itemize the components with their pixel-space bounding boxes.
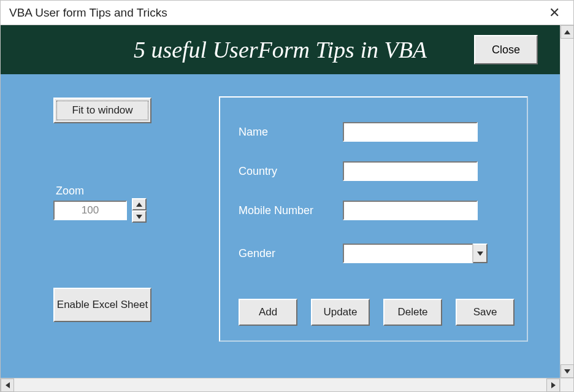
gender-combobox[interactable]	[343, 244, 488, 263]
chevron-up-icon	[564, 30, 570, 34]
enable-excel-sheet-button[interactable]: Enable Excel Sheet	[53, 288, 151, 322]
userform-window: VBA User form Tips and Tricks ✕ 5 useful…	[0, 0, 574, 392]
mobile-number-input[interactable]	[343, 201, 478, 220]
country-row: Country	[239, 161, 478, 181]
update-button[interactable]: Update	[311, 299, 370, 326]
horizontal-scrollbar[interactable]	[1, 378, 560, 391]
country-input[interactable]	[343, 161, 478, 181]
content-column: 5 useful UserForm Tips in VBA Close Fit …	[1, 25, 560, 391]
chevron-down-icon	[136, 215, 142, 219]
name-row: Name	[239, 122, 478, 142]
gender-combobox-dropdown-button[interactable]	[473, 244, 488, 263]
mobile-row: Mobile Number	[239, 201, 478, 220]
header-bar: 5 useful UserForm Tips in VBA Close	[1, 25, 560, 74]
scroll-right-button[interactable]	[546, 379, 560, 392]
save-button[interactable]: Save	[456, 299, 515, 326]
zoom-label: Zoom	[56, 185, 84, 198]
delete-button[interactable]: Delete	[383, 299, 442, 326]
country-label: Country	[239, 165, 343, 178]
add-button[interactable]: Add	[239, 299, 297, 326]
window-title: VBA User form Tips and Tricks	[9, 6, 167, 20]
titlebar: VBA User form Tips and Tricks ✕	[1, 1, 573, 25]
zoom-spin-down-button[interactable]	[132, 210, 147, 223]
chevron-left-icon	[6, 382, 10, 388]
form-button-row: Add Update Delete Save	[239, 299, 515, 326]
body-area: Fit to window Zoom 100 Enable Excel Shee…	[1, 74, 560, 378]
chevron-up-icon	[136, 202, 142, 207]
form-frame: Name Country Mobile Number Gender	[219, 96, 528, 342]
mobile-label: Mobile Number	[239, 204, 343, 217]
chevron-down-icon	[477, 252, 483, 256]
scroll-left-button[interactable]	[1, 379, 14, 392]
fit-to-window-button[interactable]: Fit to window	[53, 98, 151, 123]
zoom-spinner	[132, 198, 147, 223]
name-label: Name	[239, 126, 343, 139]
scroll-corner	[560, 378, 573, 391]
gender-row: Gender	[239, 244, 488, 263]
vertical-scrollbar[interactable]	[560, 25, 573, 378]
scroll-down-button[interactable]	[561, 364, 574, 378]
chevron-right-icon	[551, 382, 556, 388]
gender-label: Gender	[239, 247, 343, 260]
zoom-input[interactable]: 100	[53, 201, 127, 220]
name-input[interactable]	[343, 122, 478, 142]
window-close-icon[interactable]: ✕	[545, 4, 564, 22]
scroll-up-button[interactable]	[561, 25, 574, 39]
gender-combobox-text[interactable]	[343, 244, 473, 263]
zoom-spin-up-button[interactable]	[132, 198, 147, 210]
header-title: 5 useful UserForm Tips in VBA	[134, 36, 427, 63]
close-button[interactable]: Close	[474, 35, 538, 64]
client-area: 5 useful UserForm Tips in VBA Close Fit …	[1, 25, 573, 391]
chevron-down-icon	[564, 369, 570, 374]
